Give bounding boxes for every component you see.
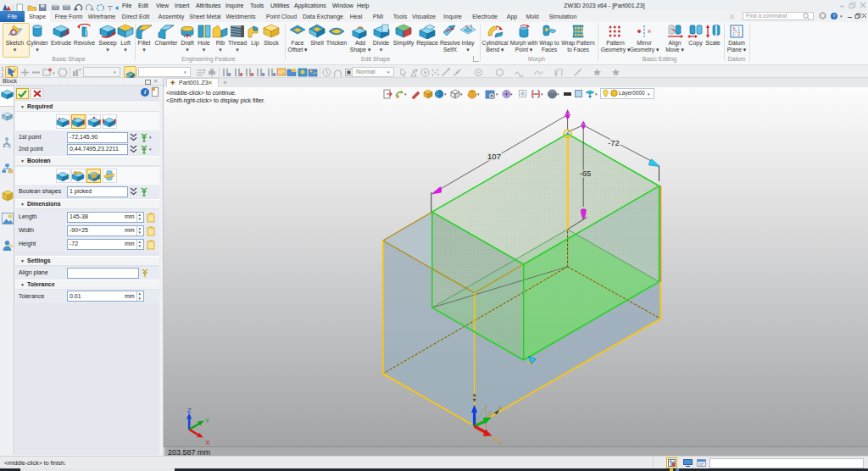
svg-text:2: 2 [737, 31, 740, 36]
svg-text:107: 107 [487, 152, 501, 161]
svg-text:Z: Z [187, 407, 192, 414]
svg-text:1: 1 [737, 26, 740, 31]
svg-text:3: 3 [732, 26, 735, 31]
svg-text:-65: -65 [580, 169, 592, 178]
svg-text:X: X [205, 439, 210, 446]
svg-text:-72: -72 [608, 138, 620, 147]
svg-text:1: 1 [732, 31, 735, 36]
svg-text:Y: Y [205, 417, 210, 424]
